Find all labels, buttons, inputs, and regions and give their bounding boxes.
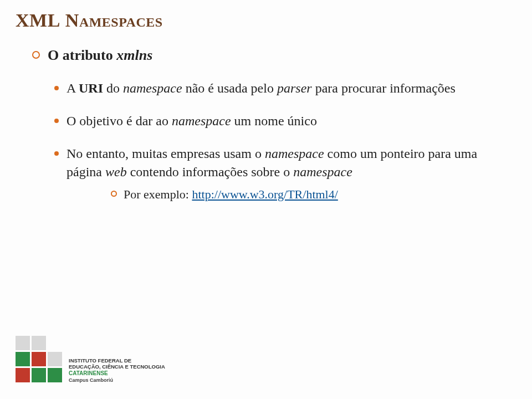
b1-pre: A [66,81,79,95]
logo-line: Instituto Federal de [69,357,165,364]
b1-em2: parser [277,81,312,95]
logo-square [16,368,30,382]
logo-square [32,336,46,350]
bullet-level2: O objetivo é dar ao namespace um nome ún… [54,112,510,130]
b3-pre: No entanto, muitas empresas usam o [66,146,265,161]
example-link[interactable]: http://www.w3.org/TR/html4/ [192,187,337,201]
b3-em2: web [105,165,127,179]
b1-mid2: não é usada pelo [182,81,277,95]
logo-square [32,368,46,382]
logo-mark-icon [16,336,63,383]
content: O atributo xmlns A URI do namespace não … [32,45,510,217]
b1-post: para procurar informações [312,81,456,95]
b2-em: namespace [172,114,231,128]
dot-bullet-icon [54,119,59,123]
logo-square [16,336,30,350]
b3-text: No entanto, muitas empresas usam o names… [66,145,510,202]
b1-bold: URI [79,81,103,95]
logo-line: Catarinense [69,370,165,377]
dot-bullet-icon [54,151,59,156]
slide: XML Namespaces O atributo xmlns A URI do… [0,0,532,399]
title-main: XML [16,10,60,30]
logo-square [48,352,62,366]
page-title: XML Namespaces [16,10,163,31]
l1-pre: O atributo [48,47,116,63]
b3-em3: namespace [293,165,352,179]
sub-label: Por exemplo: [124,187,192,201]
dot-bullet-icon [54,86,59,90]
logo-square [16,352,30,366]
b1-text: A URI do namespace não é usada pelo pars… [66,79,456,98]
logo-line: Educação, Ciência e Tecnologia [69,364,165,370]
logo-text: Instituto Federal de Educação, Ciência e… [69,357,165,384]
b1-em1: namespace [123,81,182,95]
b2-text: O objetivo é dar ao namespace um nome ún… [66,112,317,130]
logo-square [32,352,46,366]
ring-bullet-icon [32,51,40,59]
logo-square [48,368,62,382]
logo-line: Campus Camboriú [69,377,165,383]
b3-mid2: contendo informações sobre o [127,165,294,179]
b2-pre: O objetivo é dar ao [66,114,172,128]
bullet-level1: O atributo xmlns [32,45,510,65]
bullet-level3: Por exemplo: http://www.w3.org/TR/html4/ [111,186,510,203]
bullet-level2: A URI do namespace não é usada pelo pars… [54,79,510,98]
l1-em: xmlns [116,47,152,63]
sub-text: Por exemplo: http://www.w3.org/TR/html4/ [124,186,338,203]
b2-post: um nome único [231,114,317,128]
footer-logo: Instituto Federal de Educação, Ciência e… [16,336,165,383]
bullet-level2: No entanto, muitas empresas usam o names… [54,145,510,202]
b1-mid: do [103,81,123,95]
title-smallcaps: Namespaces [60,10,163,30]
l1-text: O atributo xmlns [48,45,152,65]
b3-em1: namespace [265,146,324,161]
ring-bullet-icon [111,191,117,197]
